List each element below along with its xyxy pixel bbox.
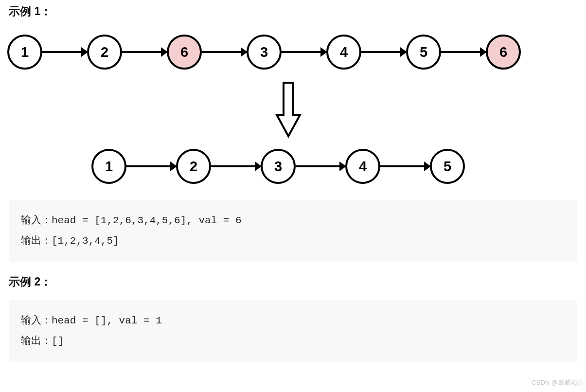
arrow-right-icon xyxy=(202,51,247,53)
transform-arrow-icon xyxy=(275,81,302,141)
list-node: 4 xyxy=(326,35,361,70)
list-node: 6 xyxy=(486,35,521,70)
code-line: 输入：head = [1,2,6,3,4,5,6], val = 6 xyxy=(21,215,242,226)
arrow-right-icon xyxy=(122,51,167,53)
list-node: 1 xyxy=(91,149,126,184)
list-node: 2 xyxy=(176,149,211,184)
list-node: 1 xyxy=(7,35,42,70)
input-list-row: 1263456 xyxy=(7,35,521,70)
list-node: 6 xyxy=(167,35,202,70)
list-node: 3 xyxy=(261,149,296,184)
list-node: 4 xyxy=(345,149,380,184)
list-node: 5 xyxy=(430,149,465,184)
arrow-right-icon xyxy=(380,165,430,167)
arrow-right-icon xyxy=(296,165,345,167)
output-list-row: 12345 xyxy=(91,149,465,184)
example2-code: 输入：head = [], val = 1 输出：[] xyxy=(9,300,577,362)
arrow-right-icon xyxy=(211,165,261,167)
code-line: 输入：head = [], val = 1 xyxy=(21,315,162,326)
arrow-right-icon xyxy=(42,51,87,53)
code-line: 输出：[1,2,3,4,5] xyxy=(21,235,119,247)
list-node: 5 xyxy=(406,35,441,70)
linked-list-diagram: 1263456 12345 xyxy=(9,30,577,200)
example1-code: 输入：head = [1,2,6,3,4,5,6], val = 6 输出：[1… xyxy=(9,200,577,262)
code-line: 输出：[] xyxy=(21,336,64,347)
arrow-right-icon xyxy=(126,165,176,167)
watermark: CSDN @威威沁沁 xyxy=(532,378,583,387)
arrow-right-icon xyxy=(282,51,326,53)
example1-heading: 示例 1： xyxy=(9,4,577,19)
arrow-right-icon xyxy=(441,51,486,53)
list-node: 3 xyxy=(247,35,282,70)
example2-heading: 示例 2： xyxy=(9,274,577,289)
list-node: 2 xyxy=(87,35,122,70)
arrow-right-icon xyxy=(361,51,406,53)
